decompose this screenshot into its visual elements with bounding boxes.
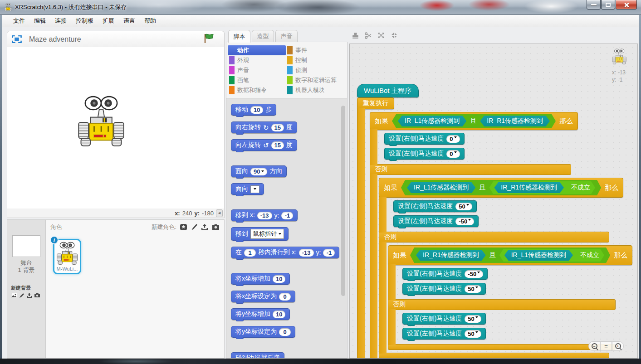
motor-speed-dropdown[interactable]: -50 <box>455 218 474 225</box>
zoom-out-button[interactable]: − <box>588 341 600 351</box>
sprite-camera-icon[interactable] <box>212 224 220 230</box>
degrees-input[interactable]: 15 <box>271 141 284 149</box>
tab-costumes[interactable]: 造型 <box>252 30 274 42</box>
scissors-tool-button[interactable] <box>364 32 372 39</box>
and-operator[interactable]: IR_R1传感器检测到 且 IR_L1传感器检测到 不成立 <box>410 248 610 263</box>
stage-canvas[interactable] <box>7 47 225 209</box>
category-looks[interactable]: 外观 <box>228 55 286 65</box>
block-set-left-motor[interactable]: 设置(左侧)马达速度-50 <box>393 215 479 227</box>
menu-item-connect[interactable]: 连接 <box>50 15 71 27</box>
value-input[interactable]: 0 <box>279 293 291 301</box>
block-set-right-motor[interactable]: 设置(右侧)马达速度0 <box>384 133 465 145</box>
block-set-x[interactable]: 将x坐标设定为0 <box>231 291 295 302</box>
delta-input[interactable]: 10 <box>273 311 285 318</box>
green-flag-button[interactable] <box>204 34 215 45</box>
stamp-tool-button[interactable] <box>352 32 359 39</box>
sensor-ir-r1[interactable]: IR_R1传感器检测到 <box>494 182 564 193</box>
motor-speed-dropdown[interactable]: 50 <box>465 315 481 323</box>
value-input[interactable]: 0 <box>279 328 291 336</box>
block-goto-xy[interactable]: 移到 x:-13y:-1 <box>231 209 298 221</box>
category-motion[interactable]: 动作 <box>228 45 286 55</box>
towards-dropdown[interactable] <box>250 185 259 193</box>
y-input[interactable]: -1 <box>281 212 293 219</box>
if1-header[interactable]: 如果 IR_L1传感器检测到 且 IR_R1传感器检测到 那么 <box>370 112 578 130</box>
block-set-right-motor[interactable]: 设置(右侧)马达速度-50 <box>402 268 488 280</box>
direction-dropdown[interactable]: 90 <box>250 168 267 175</box>
backdrop-paint-icon[interactable] <box>19 293 24 298</box>
script-canvas[interactable]: x: -13 y: -1 WuLiBot 主程序 重复执行 如果 IR <box>349 44 638 359</box>
grow-tool-button[interactable] <box>377 31 385 39</box>
motor-speed-dropdown[interactable]: 0 <box>446 135 460 143</box>
motor-speed-dropdown[interactable]: -50 <box>465 270 483 278</box>
block-set-left-motor[interactable]: 设置(左侧)马达速度0 <box>384 148 465 160</box>
menu-item-board[interactable]: 控制板 <box>71 15 98 27</box>
hat-main-program[interactable]: WuLiBot 主程序 <box>357 84 419 97</box>
motor-speed-dropdown[interactable]: 0 <box>446 150 460 158</box>
block-goto-mouse[interactable]: 移到鼠标指针 <box>231 227 289 241</box>
category-sensing[interactable]: 侦测 <box>286 65 346 75</box>
if2-header[interactable]: 如果 IR_L1传感器检测到 且 IR_R1传感器检测到 不成立 <box>379 178 623 198</box>
goto-target-dropdown[interactable]: 鼠标指针 <box>250 229 284 239</box>
if3-bottom-bar[interactable] <box>388 344 616 350</box>
block-move-steps[interactable]: 移动10步 <box>231 104 276 116</box>
tab-sounds[interactable]: 声音 <box>275 30 298 42</box>
if-block-2[interactable]: 如果 IR_L1传感器检测到 且 IR_R1传感器检测到 不成立 <box>379 178 632 359</box>
menu-item-file[interactable]: 文件 <box>9 15 29 27</box>
menu-item-help[interactable]: 帮助 <box>140 15 161 27</box>
steps-input[interactable]: 10 <box>250 106 263 114</box>
block-set-y[interactable]: 将y坐标设定为0 <box>231 326 295 338</box>
block-set-left-motor[interactable]: 设置(左侧)马达速度50 <box>402 328 486 340</box>
wulibot-sprite[interactable] <box>78 95 125 150</box>
block-set-right-motor[interactable]: 设置(右侧)马达速度50 <box>402 313 486 325</box>
backdrop-library-icon[interactable] <box>11 293 17 298</box>
category-sound[interactable]: 声音 <box>228 65 286 75</box>
and-operator[interactable]: IR_L1传感器检测到 且 IR_R1传感器检测到 不成立 <box>401 180 601 195</box>
motor-speed-dropdown[interactable]: 50 <box>455 203 472 210</box>
minimize-button[interactable] <box>587 0 601 10</box>
sprite-thumbnail-wulibot[interactable]: i M-WuLi... <box>53 239 81 274</box>
motor-speed-dropdown[interactable]: 50 <box>465 330 481 338</box>
sensor-ir-l1[interactable]: IR_L1传感器检测到 <box>504 250 573 261</box>
category-pen[interactable]: 画笔 <box>228 75 286 85</box>
category-data[interactable]: 数据和指令 <box>228 85 286 95</box>
category-control[interactable]: 控制 <box>286 55 346 65</box>
menu-item-edit[interactable]: 编辑 <box>29 15 50 27</box>
collapse-stage-button[interactable]: ◀ <box>216 209 223 217</box>
not-operator[interactable]: IR_R1传感器检测到 不成立 <box>489 181 595 194</box>
backdrop-upload-icon[interactable] <box>26 293 32 298</box>
sensor-ir-l1[interactable]: IR_L1传感器检测到 <box>407 182 475 193</box>
degrees-input[interactable]: 15 <box>271 124 284 131</box>
and-operator[interactable]: IR_L1传感器检测到 且 IR_R1传感器检测到 <box>392 114 556 128</box>
motor-speed-dropdown[interactable]: 50 <box>465 285 481 293</box>
block-change-x[interactable]: 将x坐标增加10 <box>231 273 290 285</box>
sensor-ir-r1[interactable]: IR_R1传感器检测到 <box>416 250 486 261</box>
seconds-input[interactable]: 1 <box>244 249 256 257</box>
backdrop-camera-icon[interactable] <box>34 293 40 298</box>
not-operator[interactable]: IR_L1传感器检测到 不成立 <box>499 249 604 262</box>
block-point-towards[interactable]: 面向 <box>231 183 264 195</box>
block-point-direction[interactable]: 面向90方向 <box>231 165 287 177</box>
forever-block[interactable]: 重复执行 如果 IR_L1传感器检测到 且 IR_R1传感器检测到 <box>357 97 632 359</box>
sprite-info-badge[interactable]: i <box>50 236 59 244</box>
x-input[interactable]: -13 <box>299 249 314 257</box>
block-turn-left[interactable]: 向左旋转↺15度 <box>231 139 297 151</box>
sensor-ir-l1[interactable]: IR_L1传感器检测到 <box>398 116 466 126</box>
fullscreen-icon[interactable] <box>12 35 22 43</box>
forever-header[interactable]: 重复执行 <box>357 97 394 109</box>
tab-scripts[interactable]: 脚本 <box>228 30 250 43</box>
zoom-reset-button[interactable]: = <box>600 341 612 351</box>
y-input[interactable]: -1 <box>323 249 335 257</box>
x-input[interactable]: -13 <box>257 212 272 219</box>
block-bounce[interactable]: 碰到边缘就反弹 <box>231 352 284 358</box>
menu-item-language[interactable]: 语言 <box>119 15 140 27</box>
category-robot[interactable]: 机器人模块 <box>286 85 346 95</box>
if-block-1[interactable]: 如果 IR_L1传感器检测到 且 IR_R1传感器检测到 那么 设置(右侧)马达… <box>370 112 632 359</box>
maximize-button[interactable] <box>601 0 615 10</box>
close-button[interactable] <box>616 0 637 10</box>
if2-bottom-bar[interactable] <box>379 353 609 359</box>
sensor-ir-r1[interactable]: IR_R1传感器检测到 <box>480 116 550 126</box>
sprite-library-icon[interactable] <box>180 223 187 231</box>
zoom-in-button[interactable]: + <box>612 341 624 351</box>
category-operators[interactable]: 数字和逻辑运算 <box>286 75 346 85</box>
block-turn-right[interactable]: 向右旋转↻15度 <box>231 121 297 133</box>
